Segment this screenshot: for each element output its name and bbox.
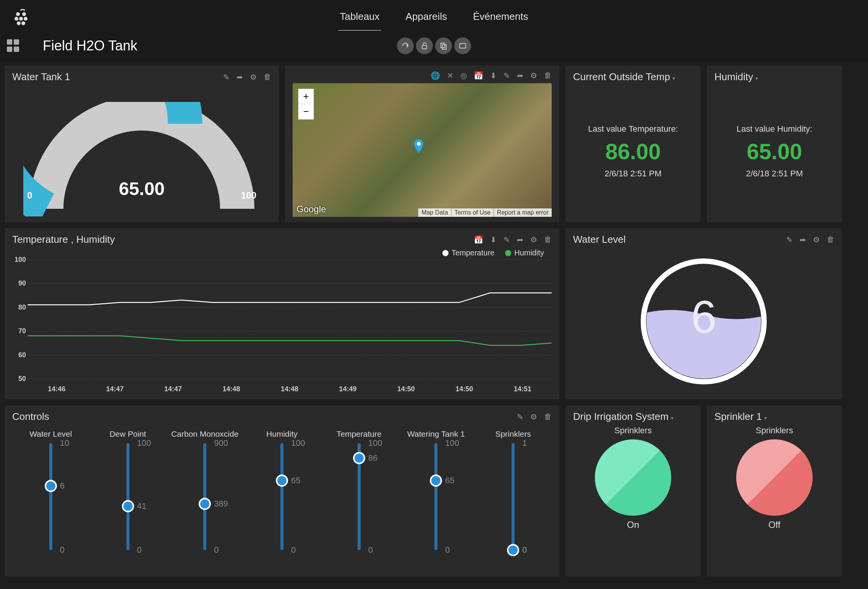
- unlock-button[interactable]: [416, 37, 433, 54]
- status-indicator[interactable]: [595, 439, 671, 516]
- edit-icon[interactable]: ✎: [504, 71, 510, 80]
- slider-thumb[interactable]: [430, 474, 442, 487]
- gauge-min: 0: [27, 190, 32, 201]
- slider-thumb[interactable]: [199, 498, 211, 510]
- panel-drip-irrigation: Drip Irrigation System▾ Sprinklers On: [565, 405, 701, 576]
- slider-label: Sprinklers: [495, 429, 531, 439]
- svg-point-5: [17, 21, 21, 25]
- slider-value: 6: [60, 481, 65, 491]
- slider-temperature: Temperature 100 86 0: [327, 429, 392, 550]
- copy-button[interactable]: [435, 37, 452, 54]
- share-icon[interactable]: ➦: [236, 73, 243, 82]
- panel-title[interactable]: Humidity▾: [714, 71, 758, 83]
- map-zoom-in[interactable]: +: [298, 89, 314, 104]
- map[interactable]: + − Google Map Data Terms of Use Report …: [293, 83, 552, 217]
- slider-thumb[interactable]: [276, 474, 288, 487]
- slider-value: 389: [214, 499, 228, 509]
- gear-icon[interactable]: ⚙: [530, 235, 537, 244]
- slider-label: Watering Tank 1: [407, 429, 465, 439]
- panel-title[interactable]: Drip Irrigation System▾: [573, 411, 674, 423]
- slider-thumb[interactable]: [45, 480, 57, 492]
- dashboard-grid-icon[interactable]: [7, 39, 20, 52]
- slider-thumb[interactable]: [507, 544, 519, 556]
- chevron-down-icon[interactable]: ▾: [755, 75, 758, 81]
- slider-min: 0: [214, 545, 219, 555]
- app-logo[interactable]: [11, 8, 31, 27]
- svg-point-0: [16, 12, 20, 16]
- svg-point-1: [22, 12, 26, 16]
- download-icon[interactable]: ⬇: [490, 71, 497, 80]
- slider-max: 100: [368, 438, 382, 448]
- slider-track[interactable]: 10 6 0: [49, 443, 52, 550]
- calendar-icon[interactable]: 📅: [474, 235, 483, 244]
- expand-icon[interactable]: ✕: [447, 71, 453, 80]
- trash-icon[interactable]: 🗑: [544, 412, 552, 421]
- nav-appareils[interactable]: Appareils: [404, 3, 449, 31]
- stat-value: 86.00: [605, 139, 661, 164]
- gauge-max: 100: [241, 190, 256, 201]
- edit-icon[interactable]: ✎: [504, 235, 510, 244]
- share-button[interactable]: [397, 37, 414, 54]
- stat-time: 2/6/18 2:51 PM: [604, 169, 661, 179]
- line-chart[interactable]: 506070809010014:4614:4714:4714:4814:4814…: [28, 260, 552, 379]
- slider-track[interactable]: 100 65 0: [280, 443, 283, 550]
- chart-legend: Temperature Humidity: [12, 249, 552, 257]
- slider-max: 100: [291, 438, 305, 448]
- panel-humidity: Humidity▾ Last value Humidity: 65.00 2/6…: [707, 66, 842, 222]
- slider-label: Temperature: [337, 429, 382, 439]
- panel-water-level: Water Level ✎ ➦ ⚙ 🗑 6: [565, 228, 842, 399]
- gear-icon[interactable]: ⚙: [530, 412, 537, 421]
- map-data-link[interactable]: Map Data: [418, 208, 451, 217]
- stat-label: Last value Temperature:: [588, 124, 678, 134]
- slider-max: 100: [137, 438, 151, 448]
- gear-icon[interactable]: ⚙: [530, 71, 537, 80]
- slider-thumb[interactable]: [122, 500, 134, 512]
- status-subtitle: Sprinklers: [756, 426, 793, 436]
- share-icon[interactable]: ➦: [800, 235, 806, 244]
- nav-tableaux[interactable]: Tableaux: [338, 3, 381, 31]
- edit-icon[interactable]: ✎: [223, 73, 230, 82]
- nav-evenements[interactable]: Événements: [471, 3, 530, 31]
- gear-icon[interactable]: ⚙: [250, 73, 257, 82]
- slider-max: 10: [60, 438, 69, 448]
- slider-track[interactable]: 1 0 0: [512, 443, 515, 550]
- edit-icon[interactable]: ✎: [786, 235, 793, 244]
- calendar-icon[interactable]: 📅: [474, 71, 483, 80]
- edit-icon[interactable]: ✎: [517, 412, 523, 421]
- target-icon[interactable]: ◎: [460, 71, 467, 80]
- trash-icon[interactable]: 🗑: [544, 71, 552, 80]
- share-icon[interactable]: ➦: [517, 235, 523, 244]
- slider-min: 0: [291, 545, 296, 555]
- trash-icon[interactable]: 🗑: [827, 235, 834, 244]
- slider-track[interactable]: 900 389 0: [203, 443, 206, 550]
- slider-track[interactable]: 100 41 0: [126, 443, 130, 550]
- trash-icon[interactable]: 🗑: [544, 235, 552, 244]
- panel-title[interactable]: Current Outside Temp▾: [573, 71, 675, 83]
- slider-track[interactable]: 100 86 0: [358, 443, 361, 550]
- slider-water-level: Water Level 10 6 0: [18, 429, 83, 550]
- slider-track[interactable]: 100 65 0: [434, 443, 437, 550]
- stat-label: Last value Humidity:: [737, 124, 812, 134]
- map-terms-link[interactable]: Terms of Use: [451, 208, 494, 217]
- stat-time: 2/6/18 2:51 PM: [746, 169, 803, 179]
- chevron-down-icon[interactable]: ▾: [764, 415, 767, 421]
- slider-max: 100: [445, 438, 459, 448]
- status-indicator[interactable]: [736, 439, 813, 516]
- panel-outside-temp: Current Outside Temp▾ Last value Tempera…: [565, 66, 701, 222]
- globe-icon[interactable]: 🌐: [431, 71, 440, 80]
- slider-thumb[interactable]: [353, 452, 365, 464]
- water-level-value: 6: [691, 291, 717, 342]
- panel-title: Water Level: [573, 234, 626, 245]
- panel-title: Water Tank 1: [12, 71, 70, 83]
- svg-rect-10: [460, 44, 466, 48]
- share-icon[interactable]: ➦: [517, 71, 523, 80]
- chevron-down-icon[interactable]: ▾: [671, 415, 674, 421]
- map-zoom-out[interactable]: −: [298, 104, 314, 119]
- download-icon[interactable]: ⬇: [490, 235, 497, 244]
- trash-icon[interactable]: 🗑: [264, 73, 271, 82]
- panel-title[interactable]: Sprinkler 1▾: [714, 411, 767, 423]
- map-report-link[interactable]: Report a map error: [494, 208, 552, 217]
- chevron-down-icon[interactable]: ▾: [672, 75, 675, 81]
- fullscreen-button[interactable]: [454, 37, 471, 54]
- gear-icon[interactable]: ⚙: [813, 235, 820, 244]
